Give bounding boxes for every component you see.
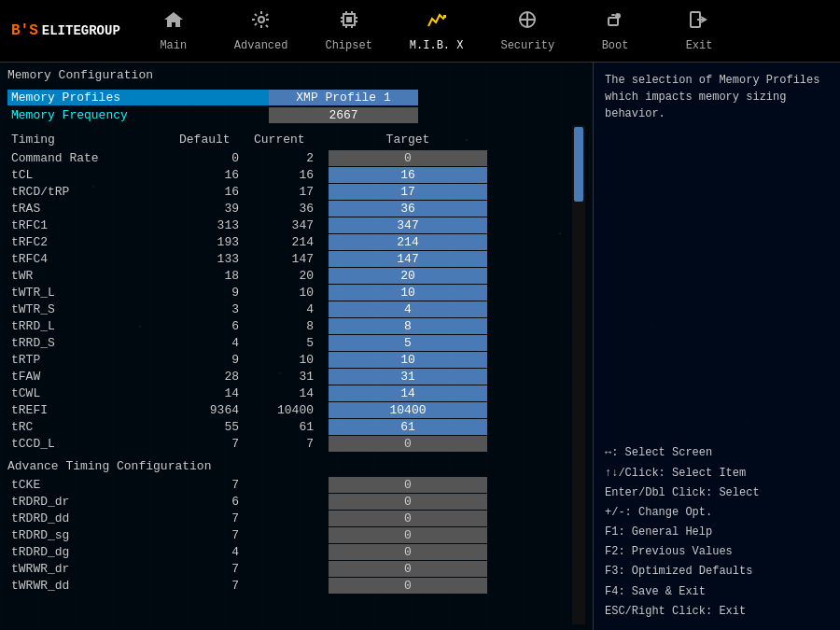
timing-target[interactable]: 17 [329, 184, 487, 200]
timing-target[interactable]: 5 [329, 335, 487, 351]
timing-row[interactable]: tWTR_S344 [7, 301, 572, 317]
nav-item-security[interactable]: Security [482, 4, 573, 58]
timing-target[interactable]: 10400 [329, 402, 487, 418]
timing-target[interactable]: 214 [329, 234, 487, 250]
timing-row[interactable]: tRAS393636 [7, 201, 572, 217]
timing-current: 10 [254, 286, 329, 300]
timing-name: tWTR_S [11, 302, 179, 316]
timing-target[interactable]: 16 [329, 167, 487, 183]
advance-target[interactable]: 0 [329, 527, 487, 543]
timing-name: tWTR_L [11, 286, 179, 300]
timing-target[interactable]: 147 [329, 251, 487, 267]
advance-target[interactable]: 0 [329, 544, 487, 560]
timing-row[interactable]: tRFC2193214214 [7, 234, 572, 250]
nav-item-mibx[interactable]: M.I.B. X [391, 4, 483, 58]
timing-row[interactable]: Command Rate020 [7, 150, 572, 166]
timing-row[interactable]: tRFC1313347347 [7, 217, 572, 233]
timing-row[interactable]: tRTP91010 [7, 352, 572, 368]
timing-name: tCL [11, 168, 179, 182]
memory-frequency-value[interactable]: 2667 [269, 107, 418, 123]
timing-row[interactable]: tREFI93641040010400 [7, 402, 572, 418]
timing-default: 14 [179, 386, 254, 400]
timing-target[interactable]: 20 [329, 268, 487, 284]
nav-item-chipset[interactable]: Chipset [306, 4, 390, 58]
advance-row[interactable]: tWRWR_dd70 [7, 578, 572, 594]
advance-target[interactable]: 0 [329, 477, 487, 493]
timing-default: 9 [179, 286, 254, 300]
timing-target[interactable]: 0 [329, 436, 487, 452]
timing-target[interactable]: 36 [329, 201, 487, 217]
timing-target[interactable]: 347 [329, 217, 487, 233]
timing-row[interactable]: tWTR_L91010 [7, 285, 572, 301]
advance-row[interactable]: tWRWR_dr70 [7, 561, 572, 577]
advance-default: 7 [179, 511, 254, 525]
nav-label-exit: Exit [686, 39, 713, 52]
timing-row[interactable]: tRRD_L688 [7, 318, 572, 334]
timing-current: 2 [254, 151, 329, 165]
section-title: Memory Configuration [7, 68, 585, 82]
timing-row[interactable]: tRFC4133147147 [7, 251, 572, 267]
content-scroll-area: Timing Default Current Target Command Ra… [7, 125, 585, 624]
nav-item-advanced[interactable]: Advanced [216, 4, 307, 58]
memory-profiles-label[interactable]: Memory Profiles [7, 90, 269, 105]
timing-default: 55 [179, 420, 254, 434]
advance-target[interactable]: 0 [329, 561, 487, 577]
timing-row[interactable]: tCCD_L770 [7, 436, 572, 452]
timing-row[interactable]: tRCD/tRP161717 [7, 184, 572, 200]
nav-icon-mibx [426, 9, 448, 35]
help-description: The selection of Memory Profiles which i… [605, 72, 829, 122]
nav-label-advanced: Advanced [234, 39, 288, 52]
svg-rect-7 [611, 14, 615, 16]
advance-row[interactable]: tRDRD_dg40 [7, 544, 572, 560]
timing-target[interactable]: 10 [329, 285, 487, 301]
help-key-item: F4: Save & Exit [605, 583, 829, 601]
advance-row[interactable]: tRDRD_sg70 [7, 527, 572, 543]
timing-row[interactable]: tRC556161 [7, 419, 572, 435]
logo-text: ELITEGROUP [42, 23, 120, 38]
timing-target[interactable]: 31 [329, 369, 487, 385]
nav-item-boot[interactable]: Boot [573, 4, 657, 58]
nav-item-main[interactable]: Main [132, 4, 216, 58]
timing-current: 4 [254, 302, 329, 316]
timing-name: tRFC4 [11, 252, 179, 266]
svg-rect-8 [609, 18, 618, 25]
timing-current: 10 [254, 353, 329, 367]
scrollbar[interactable] [572, 125, 585, 624]
timing-name: tWR [11, 269, 179, 283]
timing-row[interactable]: tFAW283131 [7, 369, 572, 385]
timing-target[interactable]: 10 [329, 352, 487, 368]
timing-target[interactable]: 61 [329, 419, 487, 435]
timing-default: 0 [179, 151, 254, 165]
timing-row[interactable]: tCWL141414 [7, 385, 572, 401]
scrollbar-thumb[interactable] [574, 127, 583, 202]
nav-icon-security [516, 9, 539, 35]
timing-current: 5 [254, 336, 329, 350]
timing-target[interactable]: 8 [329, 318, 487, 334]
advance-default: 7 [179, 579, 254, 593]
timing-current: 214 [254, 235, 329, 249]
nav-item-exit[interactable]: Exit [657, 4, 741, 58]
advance-row[interactable]: tRDRD_dd70 [7, 511, 572, 526]
advance-target[interactable]: 0 [329, 578, 487, 594]
timing-row[interactable]: tCL161616 [7, 167, 572, 183]
timing-target[interactable]: 0 [329, 150, 487, 166]
col-default: Default [179, 133, 254, 147]
advance-target[interactable]: 0 [329, 494, 487, 510]
advance-name: tRDRD_dg [11, 545, 179, 559]
advance-name: tRDRD_dd [11, 511, 179, 525]
timing-row[interactable]: tRRD_S455 [7, 335, 572, 351]
timing-target[interactable]: 14 [329, 385, 487, 401]
timing-content: Timing Default Current Target Command Ra… [7, 125, 572, 624]
advance-row[interactable]: tCKE70 [7, 477, 572, 493]
timing-name: tRFC1 [11, 218, 179, 232]
timing-default: 193 [179, 235, 254, 249]
timing-target[interactable]: 4 [329, 301, 487, 317]
advance-default: 7 [179, 528, 254, 542]
timing-row[interactable]: tWR182020 [7, 268, 572, 284]
timing-default: 28 [179, 370, 254, 384]
advance-target[interactable]: 0 [329, 511, 487, 526]
timing-current: 147 [254, 252, 329, 266]
timing-current: 10400 [254, 403, 329, 417]
advance-row[interactable]: tRDRD_dr60 [7, 494, 572, 510]
memory-profiles-value[interactable]: XMP Profile 1 [269, 90, 418, 105]
